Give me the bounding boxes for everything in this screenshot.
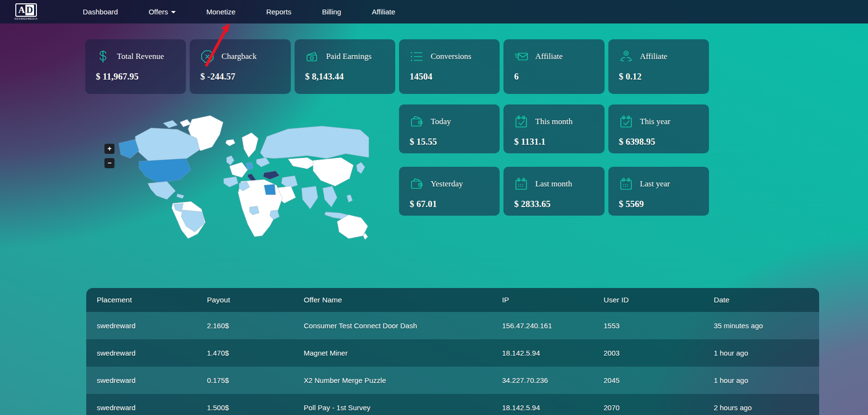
cell-date: 35 minutes ago <box>703 322 819 330</box>
wallet-icon <box>410 115 424 129</box>
world-map[interactable] <box>105 114 370 240</box>
stat-card-yesterday: Yesterday $ 67.01 <box>399 167 500 216</box>
stat-value: $ 11,967.95 <box>96 71 175 82</box>
stat-label: Last month <box>535 179 572 189</box>
stat-value: $ 0.12 <box>619 71 698 82</box>
stat-card-last-year: Last year $ 5569 <box>608 167 709 216</box>
cell-payout: 1.470$ <box>196 349 293 357</box>
choropleth-map-svg <box>105 114 370 240</box>
stat-value: $ 15.55 <box>410 137 489 147</box>
brand-logo[interactable]: A D ADSWEDMEDIA <box>14 3 38 20</box>
stat-card-paid-earnings: Paid Earnings $ 8,143.44 <box>295 39 395 94</box>
calendar-dots-icon <box>619 177 633 191</box>
nav-label: Dashboard <box>83 8 118 16</box>
stat-value: $ 1131.1 <box>514 137 594 147</box>
cell-payout: 0.175$ <box>196 376 293 384</box>
chevron-down-icon <box>171 11 176 13</box>
table-row: swedreward 0.175$ X2 Number Merge Puzzle… <box>86 367 819 394</box>
stat-card-this-month: This month $ 1131.1 <box>503 104 604 153</box>
stat-label: Affiliate <box>640 52 667 61</box>
stat-label: Total Revenue <box>117 52 164 61</box>
stat-value: 6 <box>514 71 594 82</box>
cell-offer-name: Magnet Miner <box>293 349 491 357</box>
stats-row-past: Yesterday $ 67.01 Last month $ 2833.65 <box>399 167 709 216</box>
table-header-row: Placement Payout Offer Name IP User ID D… <box>86 288 819 312</box>
cell-ip: 34.227.70.236 <box>491 376 593 384</box>
cell-ip: 156.47.240.161 <box>491 322 593 330</box>
column-header-payout: Payout <box>196 296 293 304</box>
nav-menu: Dashboard Offers Monetize Reports Billin… <box>68 0 411 23</box>
top-navbar: A D ADSWEDMEDIA Dashboard Offers Monetiz… <box>0 0 868 23</box>
dollar-icon <box>96 49 110 64</box>
stat-label: Last year <box>640 179 670 189</box>
cell-date: 2 hours ago <box>703 403 819 412</box>
cell-payout: 2.160$ <box>196 322 293 330</box>
cell-offer-name: Consumer Test Connect Door Dash <box>293 322 491 330</box>
stat-card-affiliate-earnings: Affiliate $ 0.12 <box>608 39 709 94</box>
annotation-arrow <box>200 19 239 69</box>
cell-ip: 18.142.5.94 <box>491 349 593 357</box>
nav-label: Billing <box>322 8 341 16</box>
stat-label: This year <box>640 117 671 127</box>
cash-icon <box>305 49 320 64</box>
cell-offer-name: X2 Number Merge Puzzle <box>293 376 491 384</box>
table-row: swedreward 1.470$ Magnet Miner 18.142.5.… <box>86 339 819 367</box>
nav-label: Reports <box>266 8 292 16</box>
conversions-table: Placement Payout Offer Name IP User ID D… <box>86 288 819 415</box>
hands-coin-icon <box>619 49 633 64</box>
nav-label: Offers <box>148 8 168 16</box>
cell-date: 1 hour ago <box>703 376 819 384</box>
stat-value: $ 2833.65 <box>514 199 594 209</box>
column-header-placement: Placement <box>86 296 196 304</box>
cell-user-id: 2045 <box>593 376 703 384</box>
cell-user-id: 1553 <box>593 322 703 330</box>
stat-card-total-revenue: Total Revenue $ 11,967.95 <box>85 39 186 94</box>
table-row: swedreward 2.160$ Consumer Test Connect … <box>86 312 819 339</box>
table-row: swedreward 1.500$ Poll Pay - 1st Survey … <box>86 394 819 415</box>
cell-payout: 1.500$ <box>196 403 293 412</box>
stats-row-current: Today $ 15.55 This month $ 1131.1 This y… <box>399 104 709 153</box>
map-zoom-out-button[interactable]: − <box>104 158 114 168</box>
stat-card-last-month: Last month $ 2833.65 <box>503 167 604 216</box>
map-zoom-in-button[interactable]: + <box>104 144 114 154</box>
cell-date: 1 hour ago <box>703 349 819 357</box>
nav-item-reports[interactable]: Reports <box>251 0 307 23</box>
cell-placement: swedreward <box>86 376 196 384</box>
stat-value: $ 6398.95 <box>619 137 698 147</box>
stat-label: This month <box>535 117 572 127</box>
calendar-dots-icon <box>514 177 528 191</box>
stat-card-affiliate-count: Affiliate 6 <box>503 39 604 94</box>
nav-item-dashboard[interactable]: Dashboard <box>68 0 133 23</box>
cell-ip: 18.142.5.94 <box>491 403 593 412</box>
logo-letter-d: D <box>25 5 34 15</box>
stat-value: 14504 <box>410 71 489 82</box>
stat-label: Conversions <box>431 52 471 61</box>
wallet-icon <box>410 177 424 191</box>
nav-label: Monetize <box>206 8 236 16</box>
mail-send-icon <box>514 49 528 64</box>
stat-label: Yesterday <box>431 179 463 189</box>
cell-offer-name: Poll Pay - 1st Survey <box>293 403 491 412</box>
stats-row-top: Total Revenue $ 11,967.95 Chargback $ -2… <box>85 39 709 94</box>
cell-placement: swedreward <box>86 403 196 412</box>
calendar-check-icon <box>619 115 633 129</box>
stat-card-conversions: Conversions 14504 <box>399 39 500 94</box>
logo-subtext: ADSWEDMEDIA <box>14 17 38 20</box>
nav-item-billing[interactable]: Billing <box>307 0 356 23</box>
column-header-ip: IP <box>491 296 593 304</box>
nav-item-offers[interactable]: Offers <box>133 0 191 23</box>
nav-item-affiliate[interactable]: Affiliate <box>356 0 411 23</box>
logo-letter-a: A <box>18 5 25 15</box>
stat-value: $ 5569 <box>619 199 698 209</box>
list-icon <box>410 49 424 64</box>
calendar-check-icon <box>514 115 528 129</box>
stat-value: $ -244.57 <box>200 71 280 82</box>
column-header-date: Date <box>703 296 819 304</box>
stat-label: Affiliate <box>535 52 562 61</box>
column-header-offer-name: Offer Name <box>293 296 491 304</box>
nav-label: Affiliate <box>372 8 395 16</box>
stat-value: $ 8,143.44 <box>305 71 385 82</box>
stat-card-today: Today $ 15.55 <box>399 104 500 153</box>
dashboard-page: { "nav": { "logo": { "letter1": "A", "le… <box>0 0 868 415</box>
stat-value: $ 67.01 <box>410 199 489 209</box>
